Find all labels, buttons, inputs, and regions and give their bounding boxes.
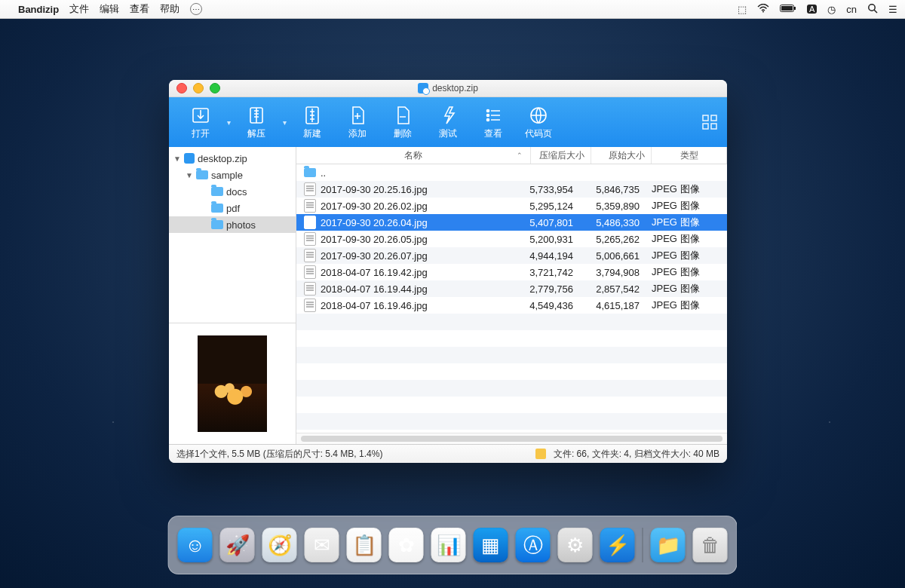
menu-view[interactable]: 查看 (130, 2, 149, 16)
preview-thumbnail (198, 335, 267, 432)
file-compressed-size: 4,549,436 (513, 300, 579, 311)
svg-point-11 (487, 118, 489, 121)
file-listing: 名称⌃ 压缩后大小 原始大小 类型 .. 2017-09-30 20.25.16… (296, 147, 727, 444)
parent-folder-row[interactable]: .. (296, 164, 727, 181)
tree-root-label: desktop.zip (198, 153, 247, 164)
dock-reminders[interactable]: 📋 (347, 528, 382, 562)
file-row[interactable]: 2018-04-07 16.19.44.jpg2,779,7562,857,54… (296, 280, 727, 297)
dock-numbers[interactable]: 📊 (431, 528, 466, 562)
tree-node-sample[interactable]: ▼ sample (169, 167, 296, 183)
spotlight-icon[interactable] (867, 3, 878, 16)
status-archive-summary: 文件: 66, 文件夹: 4, 归档文件大小: 40 MB (554, 448, 719, 461)
window-close-button[interactable] (176, 83, 187, 93)
toolbar-open-button[interactable]: 打开 (178, 100, 223, 145)
file-row[interactable]: 2017-09-30 20.25.16.jpg5,733,9545,846,73… (296, 181, 727, 198)
file-row[interactable]: 2018-04-07 16.19.46.jpg4,549,4364,615,18… (296, 297, 727, 314)
dock-downloads[interactable]: 📁 (651, 528, 686, 562)
file-row[interactable]: 2017-09-30 20.26.07.jpg4,944,1945,006,66… (296, 247, 727, 264)
dock-trash[interactable]: 🗑 (693, 528, 728, 562)
col-header-original[interactable]: 原始大小 (591, 147, 652, 164)
menu-help[interactable]: 帮助 (160, 2, 179, 16)
toolbar-new-button[interactable]: 新建 (290, 100, 335, 145)
tree-node-photos[interactable]: photos (169, 216, 296, 233)
file-row[interactable]: 2017-09-30 20.26.02.jpg5,295,1245,359,89… (296, 198, 727, 214)
file-type: JPEG 图像 (646, 199, 727, 213)
control-center-icon[interactable]: ☰ (888, 4, 897, 15)
window-title: desktop.zip (432, 83, 478, 93)
col-header-compressed[interactable]: 压缩后大小 (531, 147, 591, 164)
toolbar-extract-dropdown[interactable]: ▾ (279, 118, 290, 127)
file-compressed-size: 2,779,756 (513, 283, 579, 295)
dock-appstore[interactable]: Ⓐ (516, 528, 551, 562)
file-compressed-size: 3,721,742 (513, 267, 579, 278)
file-type: JPEG 图像 (646, 216, 727, 229)
new-icon (302, 105, 323, 126)
empty-row (296, 314, 727, 330)
battery-icon[interactable] (780, 4, 796, 15)
folder-icon (211, 204, 223, 213)
menubar: Bandizip 文件 编辑 查看 帮助 ⋯ ⬚ A ◷ cn ☰ (0, 0, 905, 19)
file-type: JPEG 图像 (646, 182, 727, 196)
dock-keynote[interactable]: ▦ (474, 528, 508, 562)
file-row[interactable]: 2017-09-30 20.26.05.jpg5,200,9315,265,26… (296, 231, 727, 247)
toolbar-add-button[interactable]: 添加 (335, 100, 380, 145)
file-icon (304, 232, 316, 246)
file-type: JPEG 图像 (646, 232, 727, 246)
horizontal-scrollbar[interactable] (296, 433, 727, 444)
dock-safari[interactable]: 🧭 (262, 528, 297, 562)
clock-icon[interactable]: ◷ (827, 4, 836, 15)
toolbar-codepage-button[interactable]: 代码页 (516, 100, 561, 145)
toolbar: 打开 ▾ 解压 ▾ 新建 添加 删除 测试 查看 (169, 97, 727, 147)
toolbar-test-button[interactable]: 测试 (425, 100, 471, 145)
svg-point-0 (762, 11, 764, 12)
wifi-icon[interactable] (757, 4, 769, 15)
tree-root[interactable]: ▼ desktop.zip (169, 150, 296, 167)
dock-photos[interactable]: ✿ (389, 528, 424, 562)
empty-row (296, 330, 727, 347)
file-name: 2017-09-30 20.26.04.jpg (321, 217, 428, 228)
file-name: 2017-09-30 20.25.16.jpg (321, 184, 428, 195)
dock-finder[interactable]: ☺ (178, 528, 213, 562)
toolbar-view-button[interactable]: 查看 (471, 100, 516, 145)
input-method-indicator[interactable]: A (807, 5, 817, 14)
svg-point-9 (487, 109, 489, 112)
file-row[interactable]: 2018-04-07 16.19.42.jpg3,721,7423,794,90… (296, 264, 727, 280)
file-compressed-size: 5,407,801 (513, 217, 579, 228)
dropbox-icon[interactable]: ⬚ (738, 4, 747, 15)
dock-mail[interactable]: ✉ (305, 528, 339, 562)
app-name[interactable]: Bandizip (18, 4, 59, 15)
svg-line-5 (874, 10, 877, 13)
dock-settings[interactable]: ⚙ (558, 528, 593, 562)
dock-bandizip[interactable]: ⚡ (600, 528, 635, 562)
column-headers: 名称⌃ 压缩后大小 原始大小 类型 (296, 147, 727, 164)
tree-node-docs[interactable]: docs (169, 183, 296, 200)
file-row[interactable]: 2017-09-30 20.26.04.jpg5,407,8015,486,33… (296, 214, 727, 231)
toolbar-open-dropdown[interactable]: ▾ (223, 118, 234, 127)
tree-node-pdf[interactable]: pdf (169, 200, 296, 216)
toolbar-delete-button[interactable]: 删除 (380, 100, 425, 145)
dock-launchpad[interactable]: 🚀 (220, 528, 255, 562)
file-original-size: 5,006,661 (579, 250, 646, 262)
toolbar-gallery-button[interactable] (701, 114, 718, 130)
title-archive-icon (418, 83, 428, 93)
col-header-type[interactable]: 类型 (652, 147, 727, 164)
menu-edit[interactable]: 编辑 (100, 2, 119, 16)
file-name: 2018-04-07 16.19.42.jpg (321, 267, 428, 278)
tree-node-label: sample (211, 170, 243, 181)
file-type: JPEG 图像 (646, 249, 727, 262)
disclosure-triangle[interactable]: ▼ (186, 171, 193, 179)
svg-rect-2 (794, 7, 796, 10)
input-method-label[interactable]: cn (846, 4, 857, 15)
menu-file[interactable]: 文件 (69, 2, 89, 16)
menu-extra-icon[interactable]: ⋯ (190, 3, 202, 15)
tree-node-label: pdf (226, 203, 240, 214)
toolbar-extract-button[interactable]: 解压 (234, 100, 279, 145)
svg-point-4 (869, 4, 875, 10)
window-zoom-button[interactable] (210, 83, 220, 93)
file-icon (304, 216, 316, 229)
window-minimize-button[interactable] (193, 83, 204, 93)
disclosure-triangle[interactable]: ▼ (173, 155, 181, 163)
file-compressed-size: 4,944,194 (513, 250, 579, 262)
file-icon (304, 299, 316, 312)
col-header-name[interactable]: 名称⌃ (296, 147, 531, 164)
